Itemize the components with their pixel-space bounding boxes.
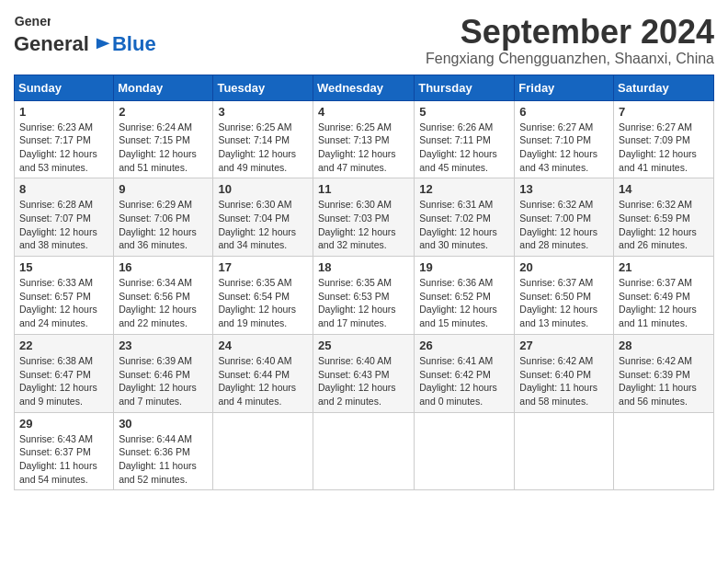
calendar-cell: 23Sunrise: 6:39 AMSunset: 6:46 PMDayligh… <box>114 334 213 412</box>
calendar-cell: 5Sunrise: 6:26 AMSunset: 7:11 PMDaylight… <box>415 100 515 178</box>
location-title: Fengxiang Chengguanzhen, Shaanxi, China <box>426 51 714 67</box>
svg-text:General: General <box>15 14 51 29</box>
calendar-cell <box>415 412 515 490</box>
calendar-cell: 15Sunrise: 6:33 AMSunset: 6:57 PMDayligh… <box>15 257 114 335</box>
day-info: Sunrise: 6:25 AMSunset: 7:14 PMDaylight:… <box>218 121 308 175</box>
day-number: 15 <box>19 260 108 274</box>
week-row-4: 22Sunrise: 6:38 AMSunset: 6:47 PMDayligh… <box>15 334 714 412</box>
day-number: 2 <box>119 105 208 119</box>
day-info: Sunrise: 6:41 AMSunset: 6:42 PMDaylight:… <box>419 354 509 408</box>
weekday-header-wednesday: Wednesday <box>313 75 414 100</box>
weekday-header-saturday: Saturday <box>614 75 714 100</box>
day-info: Sunrise: 6:32 AMSunset: 6:59 PMDaylight:… <box>619 198 709 252</box>
calendar-table: SundayMondayTuesdayWednesdayThursdayFrid… <box>14 75 714 491</box>
calendar-cell: 12Sunrise: 6:31 AMSunset: 7:02 PMDayligh… <box>415 178 515 257</box>
day-info: Sunrise: 6:27 AMSunset: 7:09 PMDaylight:… <box>619 121 709 175</box>
calendar-cell: 11Sunrise: 6:30 AMSunset: 7:03 PMDayligh… <box>313 178 414 257</box>
day-number: 20 <box>519 260 609 274</box>
calendar-cell: 18Sunrise: 6:35 AMSunset: 6:53 PMDayligh… <box>313 257 414 335</box>
calendar-cell: 29Sunrise: 6:43 AMSunset: 6:37 PMDayligh… <box>15 412 114 490</box>
day-info: Sunrise: 6:25 AMSunset: 7:13 PMDaylight:… <box>318 121 409 175</box>
weekday-header-sunday: Sunday <box>15 75 114 100</box>
day-number: 18 <box>318 260 409 274</box>
week-row-3: 15Sunrise: 6:33 AMSunset: 6:57 PMDayligh… <box>15 257 714 335</box>
calendar-cell <box>313 412 414 490</box>
calendar-cell: 25Sunrise: 6:40 AMSunset: 6:43 PMDayligh… <box>313 334 414 412</box>
logo-icon: General <box>14 14 51 30</box>
day-number: 8 <box>19 182 108 196</box>
calendar-cell: 10Sunrise: 6:30 AMSunset: 7:04 PMDayligh… <box>213 178 313 257</box>
day-info: Sunrise: 6:43 AMSunset: 6:37 PMDaylight:… <box>19 432 108 487</box>
day-number: 9 <box>119 182 208 196</box>
day-number: 25 <box>318 339 409 352</box>
day-number: 11 <box>318 182 409 196</box>
day-info: Sunrise: 6:23 AMSunset: 7:17 PMDaylight:… <box>19 121 108 175</box>
day-number: 1 <box>19 105 108 119</box>
day-info: Sunrise: 6:44 AMSunset: 6:36 PMDaylight:… <box>119 432 208 487</box>
day-info: Sunrise: 6:34 AMSunset: 6:56 PMDaylight:… <box>119 276 208 330</box>
calendar-cell: 19Sunrise: 6:36 AMSunset: 6:52 PMDayligh… <box>415 257 515 335</box>
day-number: 3 <box>218 105 308 119</box>
day-number: 23 <box>119 339 208 352</box>
day-info: Sunrise: 6:42 AMSunset: 6:39 PMDaylight:… <box>619 354 709 408</box>
day-info: Sunrise: 6:40 AMSunset: 6:43 PMDaylight:… <box>318 354 409 408</box>
day-info: Sunrise: 6:35 AMSunset: 6:53 PMDaylight:… <box>318 276 409 330</box>
day-number: 28 <box>619 339 709 352</box>
calendar-cell: 22Sunrise: 6:38 AMSunset: 6:47 PMDayligh… <box>15 334 114 412</box>
day-number: 6 <box>519 105 609 119</box>
day-info: Sunrise: 6:28 AMSunset: 7:07 PMDaylight:… <box>19 198 108 252</box>
day-number: 29 <box>19 417 108 431</box>
calendar-cell <box>213 412 313 490</box>
logo: General General Blue <box>14 14 156 56</box>
day-info: Sunrise: 6:42 AMSunset: 6:40 PMDaylight:… <box>519 354 609 408</box>
day-number: 12 <box>419 182 509 196</box>
day-number: 22 <box>19 339 108 352</box>
calendar-cell: 2Sunrise: 6:24 AMSunset: 7:15 PMDaylight… <box>114 100 213 178</box>
weekday-header-row: SundayMondayTuesdayWednesdayThursdayFrid… <box>15 75 714 100</box>
calendar-cell: 17Sunrise: 6:35 AMSunset: 6:54 PMDayligh… <box>213 257 313 335</box>
day-info: Sunrise: 6:30 AMSunset: 7:04 PMDaylight:… <box>218 198 308 252</box>
weekday-header-friday: Friday <box>515 75 614 100</box>
calendar-cell: 7Sunrise: 6:27 AMSunset: 7:09 PMDaylight… <box>614 100 714 178</box>
day-info: Sunrise: 6:32 AMSunset: 7:00 PMDaylight:… <box>519 198 609 252</box>
calendar-cell: 26Sunrise: 6:41 AMSunset: 6:42 PMDayligh… <box>415 334 515 412</box>
calendar-cell: 21Sunrise: 6:37 AMSunset: 6:49 PMDayligh… <box>614 257 714 335</box>
weekday-header-thursday: Thursday <box>415 75 515 100</box>
day-number: 14 <box>619 182 709 196</box>
day-info: Sunrise: 6:37 AMSunset: 6:50 PMDaylight:… <box>519 276 609 330</box>
week-row-5: 29Sunrise: 6:43 AMSunset: 6:37 PMDayligh… <box>15 412 714 490</box>
calendar-cell: 6Sunrise: 6:27 AMSunset: 7:10 PMDaylight… <box>515 100 614 178</box>
day-info: Sunrise: 6:36 AMSunset: 6:52 PMDaylight:… <box>419 276 509 330</box>
month-title: September 2024 <box>426 14 714 51</box>
day-number: 21 <box>619 260 709 274</box>
day-number: 17 <box>218 260 308 274</box>
day-number: 5 <box>419 105 509 119</box>
weekday-header-monday: Monday <box>114 75 213 100</box>
day-info: Sunrise: 6:31 AMSunset: 7:02 PMDaylight:… <box>419 198 509 252</box>
day-info: Sunrise: 6:29 AMSunset: 7:06 PMDaylight:… <box>119 198 208 252</box>
calendar-cell: 24Sunrise: 6:40 AMSunset: 6:44 PMDayligh… <box>213 334 313 412</box>
logo-blue: Blue <box>112 32 156 56</box>
day-number: 16 <box>119 260 208 274</box>
day-info: Sunrise: 6:26 AMSunset: 7:11 PMDaylight:… <box>419 121 509 175</box>
day-info: Sunrise: 6:37 AMSunset: 6:49 PMDaylight:… <box>619 276 709 330</box>
svg-marker-1 <box>97 38 110 49</box>
day-number: 7 <box>619 105 709 119</box>
day-number: 27 <box>519 339 609 352</box>
day-info: Sunrise: 6:24 AMSunset: 7:15 PMDaylight:… <box>119 121 208 175</box>
calendar-cell: 28Sunrise: 6:42 AMSunset: 6:39 PMDayligh… <box>614 334 714 412</box>
calendar-cell: 14Sunrise: 6:32 AMSunset: 6:59 PMDayligh… <box>614 178 714 257</box>
calendar-cell <box>515 412 614 490</box>
day-number: 13 <box>519 182 609 196</box>
calendar-cell: 8Sunrise: 6:28 AMSunset: 7:07 PMDaylight… <box>15 178 114 257</box>
day-info: Sunrise: 6:39 AMSunset: 6:46 PMDaylight:… <box>119 354 208 408</box>
day-info: Sunrise: 6:33 AMSunset: 6:57 PMDaylight:… <box>19 276 108 330</box>
day-info: Sunrise: 6:30 AMSunset: 7:03 PMDaylight:… <box>318 198 409 252</box>
day-info: Sunrise: 6:27 AMSunset: 7:10 PMDaylight:… <box>519 121 609 175</box>
calendar-cell: 3Sunrise: 6:25 AMSunset: 7:14 PMDaylight… <box>213 100 313 178</box>
day-number: 26 <box>419 339 509 352</box>
calendar-cell: 20Sunrise: 6:37 AMSunset: 6:50 PMDayligh… <box>515 257 614 335</box>
calendar-cell: 9Sunrise: 6:29 AMSunset: 7:06 PMDaylight… <box>114 178 213 257</box>
calendar-cell: 16Sunrise: 6:34 AMSunset: 6:56 PMDayligh… <box>114 257 213 335</box>
header: General General Blue September 2024 Feng… <box>14 14 714 67</box>
